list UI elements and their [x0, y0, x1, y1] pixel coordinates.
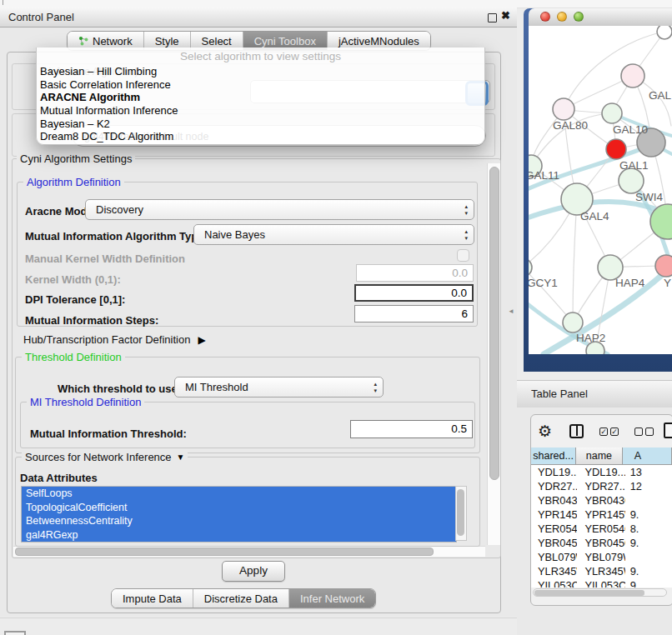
apply-button[interactable]: Apply — [222, 561, 285, 582]
mi-steps-label: Mutual Information Steps: — [25, 314, 158, 327]
table-cell: YLR345W — [577, 564, 624, 578]
algorithm-option-basic-correlation-inference[interactable]: Basic Correlation Inference — [37, 78, 484, 92]
network-node-gal[interactable] — [621, 64, 644, 88]
network-icon — [78, 36, 88, 46]
deselect-all-checkbox-icon[interactable] — [634, 428, 643, 436]
attributes-scrollbar-thumb[interactable] — [457, 489, 464, 536]
panel-collapse-arrow[interactable] — [508, 308, 514, 315]
window-zoom-button[interactable] — [574, 12, 584, 22]
table-row[interactable]: YBR045CYBR045C9. — [531, 536, 672, 550]
mi-threshold-field[interactable]: 0.5 — [350, 420, 473, 438]
column-header-shared[interactable]: shared... — [531, 448, 576, 465]
window-minimize-button[interactable] — [557, 12, 567, 22]
hub-transcription-factor-expander[interactable]: Hub/Transcription Factor Definition — [23, 333, 206, 346]
network-canvas[interactable]: GALGAL80GAL10GAL1GAL11SWI4GAL4GCY1HAP4YH… — [529, 26, 672, 354]
network-node[interactable] — [657, 26, 672, 39]
node-label-swi4: SWI4 — [635, 191, 663, 203]
tab-label: Select — [202, 35, 232, 48]
mi-steps-field[interactable]: 6 — [354, 305, 474, 322]
table-cell: 9. — [625, 564, 672, 578]
network-node-swi4[interactable] — [619, 168, 644, 193]
tab-infer-network[interactable]: Infer Network — [288, 589, 375, 608]
node-label-gal80: GAL80 — [553, 119, 588, 132]
table-cell: 9. — [625, 578, 672, 588]
deselect-all-checkbox-icon[interactable] — [645, 428, 654, 436]
node-label-gal4: GAL4 — [580, 210, 609, 222]
node-label-gal: GAL — [649, 89, 672, 102]
dock-grip-icon[interactable] — [4, 631, 26, 635]
tab-label: Infer Network — [300, 592, 364, 605]
column-header-name[interactable]: name — [576, 448, 623, 465]
kernel-width-field[interactable]: 0.0 — [356, 264, 474, 282]
float-window-button[interactable] — [488, 13, 497, 22]
network-node-y[interactable] — [655, 255, 672, 277]
algorithm-option-aracne-algorithm[interactable]: ARACNE Algorithm — [37, 91, 484, 104]
expand-arrow-icon — [198, 334, 205, 346]
network-node-gal10[interactable] — [602, 103, 622, 123]
combo-arrows-icon — [374, 381, 377, 394]
mi-algorithm-type-combobox[interactable]: Naive Bayes — [193, 224, 474, 245]
split-columns-icon[interactable] — [569, 424, 584, 438]
window-close-button[interactable] — [540, 12, 550, 22]
close-panel-button[interactable] — [501, 9, 510, 22]
algorithm-option-bayesian-k2[interactable]: Bayesian – K2 — [37, 118, 484, 131]
collapse-arrow-icon — [177, 452, 185, 462]
attribute-item-gal4rgexp[interactable]: gal4RGexp — [22, 528, 456, 542]
attribute-item-selfloops[interactable]: SelfLoops — [22, 487, 456, 501]
table-row[interactable]: YER054CYER054C8. — [531, 522, 672, 536]
which-threshold-combobox[interactable]: MI Threshold — [174, 377, 384, 398]
table-cell: YIL053C — [531, 578, 577, 588]
table-row[interactable]: YDR27...YDR27...12 — [531, 479, 672, 493]
algorithm-option-mutual-information-inference[interactable]: Mutual Information Inference — [37, 104, 484, 118]
tab-label: Style — [155, 35, 179, 48]
tab-discretize-data[interactable]: Discretize Data — [193, 589, 288, 608]
table-cell: YBR045C — [577, 536, 624, 550]
tab-label: jActiveMNodules — [339, 35, 419, 48]
table-cell: 9. — [625, 508, 672, 522]
manual-kernel-width-checkbox[interactable] — [457, 249, 469, 262]
node-label-gal10: GAL10 — [613, 123, 648, 136]
control-panel-titlebar — [0, 8, 517, 28]
tab-impute-data[interactable]: Impute Data — [112, 589, 193, 608]
table-row[interactable]: YBR043CYBR043C — [531, 493, 672, 508]
node-label-gcy1: GCY1 — [529, 277, 558, 289]
algorithm-option-dream8-dc-tdc-algorithm[interactable]: Dream8 DC_TDC Algorithm — [37, 130, 484, 143]
attribute-item-betweennesscentrality[interactable]: BetweennessCentrality — [22, 514, 456, 528]
table-cell: 13 — [625, 465, 672, 479]
network-node-gal80[interactable] — [553, 98, 574, 120]
table-row[interactable]: YIL053CYIL053C9. — [531, 578, 672, 588]
table-cell: YER054C — [577, 522, 624, 536]
settings-vertical-scrollbar-thumb[interactable] — [489, 167, 499, 480]
algorithm-definition-title: Algorithm Definition — [23, 176, 124, 188]
sources-title[interactable]: Sources for Network Inference — [22, 451, 188, 463]
algorithm-option-bayesian-hill-climbing[interactable]: Bayesian – Hill Climbing — [37, 65, 484, 78]
table-cell — [625, 550, 672, 564]
table-row[interactable]: YLR345WYLR345W9. — [531, 564, 672, 578]
manual-kernel-width-label: Manual Kernel Width Definition — [25, 252, 185, 265]
settings-group-title: Cyni Algorithm Settings — [17, 152, 135, 165]
document-icon[interactable] — [664, 422, 672, 438]
data-attributes-list[interactable]: SelfLoopsTopologicalCoefficientBetweenne… — [21, 486, 457, 542]
select-all-checkbox-icon[interactable] — [610, 428, 619, 436]
dpi-tolerance-field[interactable]: 0.0 — [354, 284, 474, 302]
network-edge[interactable] — [573, 199, 577, 322]
table-row[interactable]: YBL079WYBL079W — [531, 550, 672, 564]
column-header-a[interactable]: A — [623, 448, 672, 465]
network-node-gal1[interactable] — [606, 139, 626, 159]
settings-horizontal-scrollbar-thumb[interactable] — [15, 548, 434, 556]
table-row[interactable]: YDL19...YDL19...13 — [531, 465, 672, 479]
select-all-checkbox-icon[interactable] — [599, 428, 608, 436]
gear-icon[interactable] — [538, 422, 552, 441]
node-label-hap4: HAP4 — [615, 277, 645, 289]
aracne-mode-combobox[interactable]: Discovery — [85, 199, 474, 220]
mi-threshold-title: MI Threshold Definition — [27, 396, 144, 408]
attribute-item-topologicalcoefficient[interactable]: TopologicalCoefficient — [22, 501, 456, 515]
table-horizontal-scrollbar-thumb[interactable] — [534, 590, 644, 596]
node-label-gal1: GAL1 — [619, 159, 649, 172]
network-node-hap2[interactable] — [563, 312, 583, 332]
mi-algorithm-type-value: Naive Bayes — [204, 228, 265, 241]
tab-label: Network — [93, 35, 133, 48]
table-cell: YDL19... — [577, 465, 624, 479]
table-row[interactable]: YPR145WYPR145W9. — [531, 508, 672, 522]
control-panel-title: Control Panel — [8, 11, 74, 23]
